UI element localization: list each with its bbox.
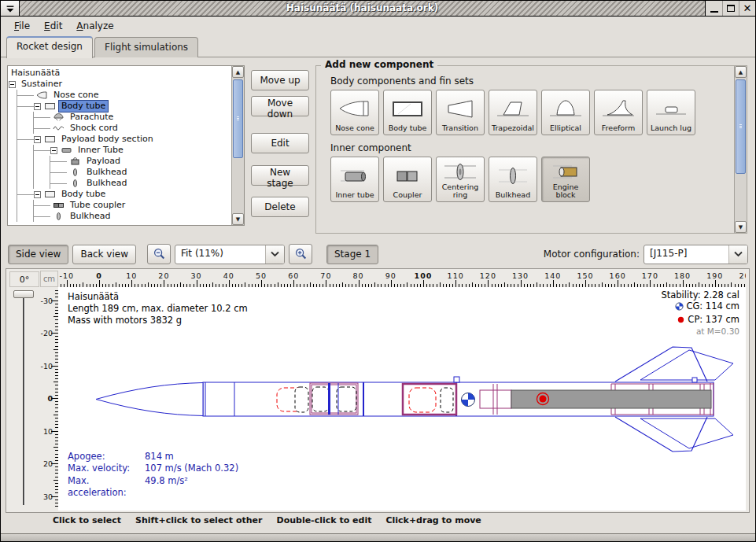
delete-button[interactable]: Delete — [251, 197, 309, 217]
tree-item-bulkhead[interactable]: Bulkhead — [9, 178, 230, 189]
tree-item-haisunäätä[interactable]: Haisunäätä — [9, 68, 230, 79]
stability-value: Stability: 2.28 cal — [661, 289, 739, 300]
bulkhead-icon — [69, 179, 81, 188]
v-ruler-label: -30 — [40, 296, 53, 304]
tree-item-label: Inner Tube — [76, 145, 126, 156]
add-elliptical-button[interactable]: Elliptical — [541, 90, 590, 135]
add-trapezoidal-button[interactable]: Trapezoidal — [489, 90, 537, 135]
menu-file[interactable]: File — [7, 19, 37, 33]
rocket-info: Haisunäätä Length 189 cm, max. diameter … — [68, 291, 248, 326]
window-controls: ✕ — [705, 1, 755, 16]
add-launch-lug-button[interactable]: Launch lug — [647, 90, 695, 135]
tree-scrollbar-thumb[interactable] — [233, 79, 243, 158]
flight-info: Apogee:814 m Max. velocity:107 m/s (Mach… — [68, 451, 238, 500]
tree-item-nose-cone[interactable]: Nose cone — [9, 90, 230, 101]
move-down-button[interactable]: Move down — [251, 96, 309, 116]
component-button-label: Coupler — [393, 191, 422, 200]
tree-item-body-tube[interactable]: Body tube — [9, 101, 230, 112]
scroll-down-icon[interactable]: ▼ — [232, 213, 244, 225]
h-ruler-label: 50 — [256, 271, 267, 280]
close-button[interactable]: ✕ — [739, 1, 755, 16]
add-engine-block-button[interactable]: Engine block — [541, 157, 590, 202]
side-view-button[interactable]: Side view — [8, 245, 68, 264]
scroll-up-icon[interactable]: ▲ — [232, 66, 244, 78]
tree-item-sustainer[interactable]: Sustainer — [9, 79, 230, 90]
h-ruler-label: 70 — [320, 271, 331, 280]
max-acceleration-value: 49.8 m/s² — [145, 475, 188, 500]
collapse-icon[interactable] — [34, 136, 41, 143]
tree-item-tube-coupler[interactable]: Tube coupler — [9, 200, 230, 211]
add-coupler-button[interactable]: Coupler — [383, 157, 432, 202]
h-ruler-label: 110 — [448, 271, 464, 280]
h-ruler-label: 20 — [158, 271, 169, 280]
minimize-button[interactable] — [706, 1, 722, 16]
tree-item-body-tube[interactable]: Body tube — [9, 189, 230, 200]
edit-button[interactable]: Edit — [251, 133, 309, 153]
collapse-icon[interactable] — [50, 147, 57, 154]
tree-item-payload-body-section[interactable]: Payload body section — [9, 134, 230, 145]
h-ruler-label: 140 — [544, 271, 561, 280]
component-tree[interactable]: HaisunäätäSustainerNose coneBody tubePar… — [7, 65, 245, 226]
tree-item-parachute[interactable]: Parachute — [9, 112, 230, 123]
rocket-dimensions: Length 189 cm, max. diameter 10.2 cm — [68, 303, 248, 315]
rocket-name: Haisunäätä — [68, 291, 248, 303]
collapse-icon[interactable] — [9, 81, 16, 88]
tree-scrollbar[interactable]: ▲ ▼ — [231, 66, 244, 225]
launchlug-icon — [648, 92, 694, 124]
menu-edit[interactable]: Edit — [37, 19, 69, 33]
tab-flight-simulations[interactable]: Flight simulations — [94, 37, 198, 57]
tree-item-bulkhead[interactable]: Bulkhead — [9, 211, 230, 222]
zoom-select[interactable]: Fit (11%) — [175, 245, 285, 264]
tree-item-shock-cord[interactable]: Shock cord — [9, 123, 230, 134]
menu-analyze[interactable]: Analyze — [69, 19, 120, 33]
trapezoidal-icon — [490, 92, 536, 124]
tree-item-label: Bulkhead — [84, 167, 129, 178]
ruler-unit-label: cm — [40, 271, 58, 287]
parachute-icon — [53, 112, 65, 122]
move-up-button[interactable]: Move up — [251, 70, 309, 90]
add-new-component-group: Add new component Body components and fi… — [315, 65, 747, 234]
body-components-label: Body components and fin sets — [330, 76, 732, 87]
add-bulkhead-button[interactable]: Bulkhead — [489, 157, 537, 202]
add-inner-tube-button[interactable]: Inner tube — [330, 157, 379, 202]
tree-item-bulkhead[interactable]: Bulkhead — [9, 167, 230, 178]
window-bottom-frame — [1, 533, 755, 541]
scroll-up-icon[interactable]: ▲ — [735, 66, 747, 78]
rotation-slider-track[interactable] — [23, 297, 24, 505]
stage-1-toggle[interactable]: Stage 1 — [326, 245, 378, 264]
apogee-value: 814 m — [145, 451, 174, 463]
coupler-icon — [385, 159, 430, 191]
bulkhead-icon — [53, 212, 65, 221]
components-scrollbar[interactable]: ▲ ▼ — [734, 66, 747, 233]
vertical-ruler: -30-20-100102030 — [40, 287, 58, 511]
add-freeform-button[interactable]: Freeform — [594, 90, 643, 135]
rocket-canvas[interactable]: Haisunäätä Length 189 cm, max. diameter … — [58, 287, 746, 511]
window-menu-button[interactable] — [1, 1, 20, 16]
bulkhead-icon — [69, 168, 81, 177]
component-button-label: Launch lug — [651, 124, 691, 133]
menu-bar: FileEditAnalyze — [1, 17, 755, 35]
tree-item-inner-tube[interactable]: Inner Tube — [9, 145, 230, 156]
zoom-in-button[interactable] — [289, 244, 312, 264]
motor-configuration-select[interactable]: [J115-P] — [644, 245, 748, 264]
title-bar[interactable]: Haisunäätä (haisunaata.ork) ✕ — [1, 1, 755, 17]
h-ruler-label: 30 — [191, 271, 202, 280]
tree-item-label: Bulkhead — [84, 178, 129, 189]
add-body-tube-button[interactable]: Body tube — [383, 90, 432, 135]
status-hint: Click to select — [53, 515, 121, 525]
components-scrollbar-thumb[interactable] — [736, 79, 746, 174]
scroll-down-icon[interactable]: ▼ — [735, 221, 747, 233]
collapse-icon[interactable] — [34, 103, 41, 110]
collapse-icon[interactable] — [34, 191, 41, 198]
tree-item-payload[interactable]: Payload — [9, 156, 230, 167]
new-stage-button[interactable]: New stage — [251, 165, 309, 186]
rotation-slider-handle[interactable] — [13, 290, 34, 298]
tab-rocket-design[interactable]: Rocket design — [6, 36, 93, 58]
zoom-out-button[interactable] — [147, 244, 171, 264]
add-nose-cone-button[interactable]: Nose cone — [330, 90, 379, 135]
add-transition-button[interactable]: Transition — [436, 90, 485, 135]
add-centering-ring-button[interactable]: Centering ring — [436, 157, 485, 202]
maximize-button[interactable] — [722, 1, 739, 16]
horizontal-ruler: -100102030405060708090100110120130140150… — [58, 271, 746, 287]
back-view-button[interactable]: Back view — [72, 245, 136, 264]
